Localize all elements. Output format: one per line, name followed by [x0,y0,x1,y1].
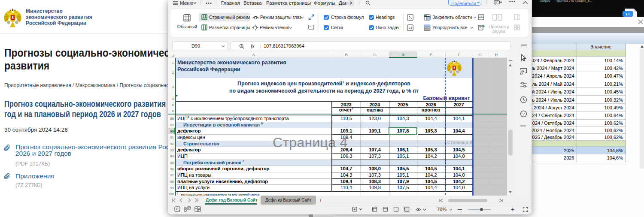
svg-text:1:1: 1:1 [408,26,413,29]
svg-text:?: ? [522,112,525,116]
